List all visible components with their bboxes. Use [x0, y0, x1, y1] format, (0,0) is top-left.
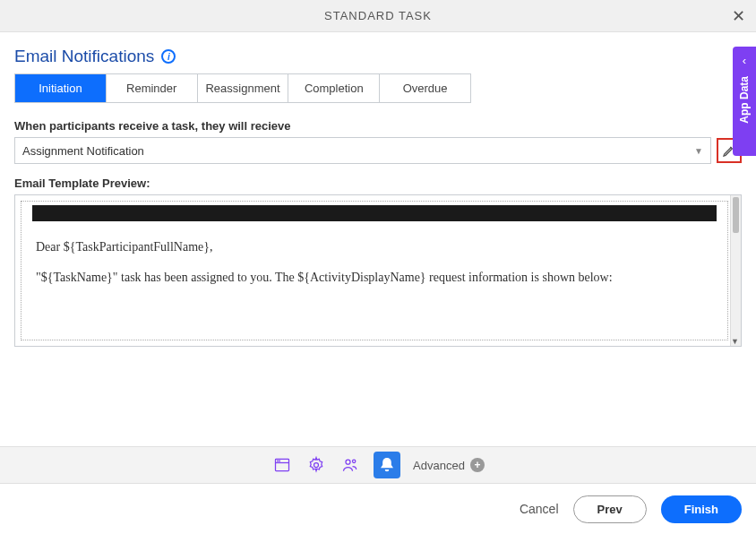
select-value: Assignment Notification: [22, 144, 144, 158]
tab-overdue[interactable]: Overdue: [380, 74, 470, 102]
plus-icon: +: [470, 458, 485, 472]
preview-label: Email Template Preview:: [14, 177, 742, 190]
notification-select[interactable]: Assignment Notification ▼: [14, 137, 711, 164]
bottom-toolbar: Advanced +: [0, 446, 756, 484]
tabs: Initiation Reminder Reassignment Complet…: [14, 73, 471, 103]
preview-scrollbar[interactable]: ▼: [730, 195, 741, 346]
notification-icon[interactable]: [374, 452, 400, 478]
preview-line-2: "${TaskName}" task has been assigned to …: [36, 268, 713, 288]
svg-point-3: [279, 461, 280, 461]
header-title: STANDARD TASK: [324, 9, 432, 22]
preview-text: Dear ${TaskParticipantFullName}, "${Task…: [25, 237, 724, 289]
scroll-thumb[interactable]: [733, 197, 739, 233]
svg-point-2: [278, 461, 279, 461]
footer-actions: Cancel Prev Finish: [0, 484, 756, 534]
preview-line-1: Dear ${TaskParticipantFullName},: [36, 237, 713, 257]
tab-initiation[interactable]: Initiation: [15, 74, 107, 102]
tab-completion[interactable]: Completion: [288, 74, 380, 102]
svg-point-4: [314, 463, 319, 468]
tab-reminder[interactable]: Reminder: [107, 74, 198, 102]
app-data-label: App Data: [738, 76, 751, 124]
gear-icon[interactable]: [305, 454, 327, 476]
svg-point-5: [346, 460, 350, 464]
advanced-label: Advanced: [413, 459, 465, 472]
cancel-button[interactable]: Cancel: [520, 502, 559, 516]
people-icon[interactable]: [339, 454, 361, 476]
chevron-down-icon: ▼: [694, 146, 703, 156]
finish-button[interactable]: Finish: [661, 495, 742, 523]
tab-reassignment[interactable]: Reassignment: [198, 74, 289, 102]
preview-header-bar: [32, 205, 717, 221]
close-icon[interactable]: ✕: [732, 6, 745, 26]
app-data-tab[interactable]: ‹ App Data: [733, 47, 756, 156]
chevron-left-icon: ‹: [743, 54, 746, 67]
scroll-down-icon[interactable]: ▼: [731, 337, 739, 346]
page-title: Email Notifications: [14, 47, 154, 66]
receive-label: When participants receive a task, they w…: [14, 119, 742, 133]
prev-button[interactable]: Prev: [573, 495, 647, 523]
svg-point-6: [353, 460, 356, 462]
preview-box: Dear ${TaskParticipantFullName}, "${Task…: [14, 194, 742, 347]
header-bar: STANDARD TASK ✕: [0, 0, 756, 32]
window-icon[interactable]: [271, 454, 293, 476]
info-icon[interactable]: i: [161, 49, 176, 64]
advanced-button[interactable]: Advanced +: [413, 458, 485, 472]
